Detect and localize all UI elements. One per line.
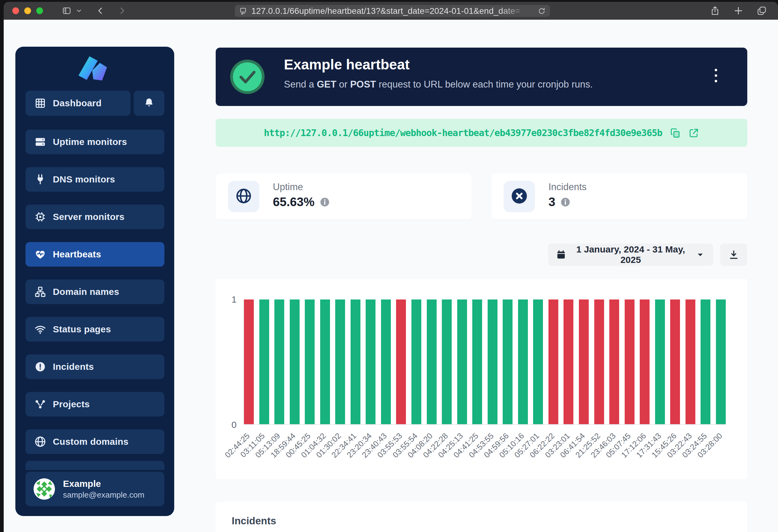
- chart-bar-down[interactable]: [563, 299, 573, 424]
- cpu-icon: [34, 211, 46, 223]
- x-axis-label: 00:45:25: [284, 431, 312, 460]
- stat-label: Incidents: [548, 182, 587, 193]
- x-axis-label: 15:45:26: [650, 431, 679, 460]
- sidebar-item-label: Custom domains: [53, 436, 129, 447]
- share-icon[interactable]: [710, 6, 720, 16]
- chart-bar-up[interactable]: [655, 299, 665, 424]
- sidebar-item-dns-monitors[interactable]: DNS monitors: [25, 167, 164, 192]
- browser-chrome: 127.0.0.1/66uptime/heartbeat/13?&start_d…: [4, 2, 778, 20]
- chart-bar-up[interactable]: [275, 299, 284, 424]
- chart-bar-up[interactable]: [411, 299, 421, 424]
- info-icon[interactable]: [320, 197, 330, 207]
- chart-bar-up[interactable]: [290, 299, 300, 424]
- chart-bar-up[interactable]: [488, 299, 497, 424]
- sidebar-item-dashboard[interactable]: Dashboard: [25, 91, 131, 116]
- chart-bar-down[interactable]: [625, 299, 634, 424]
- chart-bar-up[interactable]: [320, 299, 330, 424]
- chart-bar-down[interactable]: [548, 299, 558, 424]
- minimize-window-icon[interactable]: [24, 7, 31, 14]
- webhook-url[interactable]: http://127.0.0.1/66uptime/webhook-heartb…: [264, 127, 663, 138]
- x-axis-label: 02:44:25: [223, 431, 251, 460]
- chart-bar-up[interactable]: [716, 299, 726, 424]
- chart-bar-down[interactable]: [396, 299, 406, 424]
- url-text: 127.0.0.1/66uptime/heartbeat/13?&start_d…: [251, 6, 533, 16]
- external-link-icon[interactable]: [689, 128, 699, 138]
- sidebar-item-custom-domains[interactable]: Custom domains: [25, 429, 164, 454]
- sidebar-item-uptime-monitors[interactable]: Uptime monitors: [25, 129, 164, 154]
- chart-bar-up[interactable]: [366, 299, 376, 424]
- x-axis-label: 03:23:01: [543, 431, 571, 460]
- globe-icon: [34, 436, 46, 448]
- sidebar-item-label: DNS monitors: [53, 174, 115, 185]
- x-axis-label: 21:25:52: [574, 431, 602, 460]
- reload-icon[interactable]: [538, 7, 546, 15]
- url-bar[interactable]: 127.0.0.1/66uptime/heartbeat/13?&start_d…: [235, 5, 550, 17]
- toolbar-chevron-down-icon[interactable]: [76, 7, 82, 14]
- chart-bar-down[interactable]: [244, 299, 254, 424]
- chart-bar-down[interactable]: [594, 299, 604, 424]
- forward-button-icon[interactable]: [118, 6, 127, 15]
- page-title: Example heartbeat: [284, 56, 409, 73]
- x-axis-label: 22:34:41: [330, 431, 358, 460]
- sidebar-item-label: Domain names: [53, 287, 119, 297]
- copy-icon[interactable]: [670, 128, 681, 138]
- chart-bar-down[interactable]: [579, 299, 589, 424]
- chart-bar-up[interactable]: [518, 299, 528, 424]
- chart-plot-area: [243, 299, 726, 425]
- chart-bar-up[interactable]: [701, 299, 710, 424]
- chart-bar-down[interactable]: [609, 299, 619, 424]
- tab-overview-icon[interactable]: [757, 6, 767, 16]
- x-axis-label: 04:41:25: [452, 431, 480, 460]
- chart-bar-up[interactable]: [351, 299, 361, 424]
- x-axis-label: 03:11:05: [238, 431, 267, 459]
- chart-bar-up[interactable]: [533, 299, 543, 424]
- app-logo: [76, 55, 114, 85]
- server-icon: [34, 136, 46, 148]
- user-profile[interactable]: Example sample@example.com: [25, 472, 164, 506]
- chart-bar-up[interactable]: [457, 299, 467, 424]
- new-tab-icon[interactable]: [733, 6, 744, 16]
- chart-bar-down[interactable]: [670, 299, 680, 424]
- download-button[interactable]: [720, 244, 747, 266]
- notifications-button[interactable]: [134, 91, 164, 116]
- kebab-menu-icon[interactable]: [713, 67, 719, 84]
- wifi-icon: [34, 324, 46, 335]
- avatar: [33, 478, 55, 500]
- x-axis-label: 17:31:43: [634, 431, 663, 460]
- chart-bar-up[interactable]: [381, 299, 391, 424]
- chart-bar-up[interactable]: [503, 299, 513, 424]
- nodes-icon: [34, 398, 46, 410]
- zoom-window-icon[interactable]: [36, 7, 43, 14]
- info-icon[interactable]: [560, 197, 570, 207]
- sidebar-item-partial[interactable]: [25, 461, 164, 470]
- close-window-icon[interactable]: [12, 7, 19, 14]
- y-axis-tick-1: 1: [221, 294, 237, 305]
- sidebar-toggle-icon[interactable]: [62, 6, 71, 15]
- chart-bar-up[interactable]: [305, 299, 315, 424]
- sidebar-item-projects[interactable]: Projects: [25, 392, 164, 417]
- chart-bar-up[interactable]: [442, 299, 452, 424]
- date-range-picker[interactable]: 1 January, 2024 - 31 May, 2025: [548, 244, 713, 266]
- heartbeat-header-card: Example heartbeat Send a GET or POST req…: [216, 48, 747, 106]
- dashboard-grid-icon: [34, 97, 46, 109]
- chart-bar-up[interactable]: [335, 299, 345, 424]
- date-range-label: 1 January, 2024 - 31 May, 2025: [572, 244, 689, 265]
- sidebar-item-domain-names[interactable]: Domain names: [25, 279, 164, 304]
- back-button-icon[interactable]: [96, 6, 105, 15]
- x-axis-label: 03:28:00: [695, 431, 724, 460]
- chart-bar-down[interactable]: [686, 299, 695, 424]
- chart-bar-up[interactable]: [472, 299, 482, 424]
- sidebar-item-status-pages[interactable]: Status pages: [25, 317, 164, 342]
- sidebar-item-label: Incidents: [53, 362, 94, 372]
- heartbeat-icon: [34, 249, 46, 260]
- sidebar-item-incidents[interactable]: Incidents: [25, 354, 164, 379]
- x-axis-label: 23:46:03: [589, 431, 617, 460]
- x-axis-label: 01:04:32: [299, 431, 328, 460]
- sidebar-item-server-monitors[interactable]: Server monitors: [25, 204, 164, 229]
- sidebar-item-label: Heartbeats: [53, 249, 101, 260]
- chart-bar-up[interactable]: [427, 299, 437, 424]
- chart-bar-up[interactable]: [259, 299, 269, 424]
- chart-bar-down[interactable]: [640, 299, 649, 424]
- x-axis-label: 04:25:13: [436, 431, 465, 460]
- sidebar-item-heartbeats[interactable]: Heartbeats: [25, 242, 164, 267]
